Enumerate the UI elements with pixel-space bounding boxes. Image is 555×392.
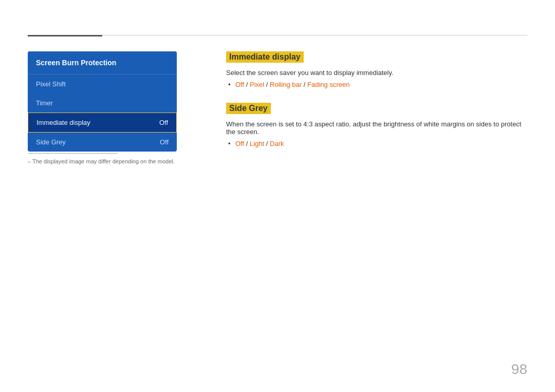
option-rolling-bar: Rolling bar [270, 81, 302, 88]
top-divider [28, 35, 527, 35]
menu-item-side-grey-value: Off [160, 138, 169, 146]
menu-item-timer[interactable]: Timer [28, 94, 177, 113]
menu-title: Screen Burn Protection [28, 51, 177, 74]
section-immediate-display: Immediate display Select the screen save… [226, 51, 527, 88]
menu-item-side-grey[interactable]: Side Grey Off [28, 133, 177, 152]
top-divider-accent [28, 35, 102, 36]
section-side-grey: Side Grey When the screen is set to 4:3 … [226, 103, 527, 147]
menu-item-pixel-shift[interactable]: Pixel Shift [28, 74, 177, 94]
menu-item-immediate-display-value: Off [159, 119, 168, 126]
page-number: 98 [511, 361, 527, 378]
section2-options: Off / Light / Dark [235, 140, 527, 147]
option-off-1: Off [235, 81, 244, 88]
option-off-2: Off [235, 140, 244, 147]
section1-options: Off / Pixel / Rolling bar / Fading scree… [235, 81, 527, 88]
option-sep-4: / [246, 140, 250, 147]
menu-box: Screen Burn Protection Pixel Shift Timer… [28, 51, 177, 152]
option-light: Light [250, 140, 264, 147]
option-sep-1: / [246, 81, 250, 88]
section1-option-list-item: Off / Pixel / Rolling bar / Fading scree… [235, 81, 527, 88]
option-dark: Dark [270, 140, 284, 147]
footnote-divider [28, 153, 118, 154]
section1-description: Select the screen saver you want to disp… [226, 69, 527, 77]
section2-description: When the screen is set to 4:3 aspect rat… [226, 120, 527, 136]
menu-item-timer-label: Timer [36, 99, 53, 107]
section1-title: Immediate display [226, 51, 304, 63]
footnote-text: – The displayed image may differ dependi… [28, 158, 175, 164]
section2-option-list-item: Off / Light / Dark [235, 140, 527, 147]
option-fading-screen: Fading screen [307, 81, 349, 88]
option-sep-5: / [266, 140, 270, 147]
option-sep-3: / [304, 81, 307, 88]
section2-title: Side Grey [226, 103, 271, 114]
left-panel: Screen Burn Protection Pixel Shift Timer… [28, 51, 177, 152]
menu-item-immediate-display-label: Immediate display [36, 119, 90, 126]
menu-item-pixel-shift-label: Pixel Shift [36, 80, 66, 88]
option-pixel: Pixel [250, 81, 264, 88]
menu-item-immediate-display[interactable]: Immediate display Off [28, 113, 177, 133]
menu-item-side-grey-label: Side Grey [36, 138, 66, 146]
option-sep-2: / [266, 81, 270, 88]
right-panel: Immediate display Select the screen save… [226, 51, 527, 162]
